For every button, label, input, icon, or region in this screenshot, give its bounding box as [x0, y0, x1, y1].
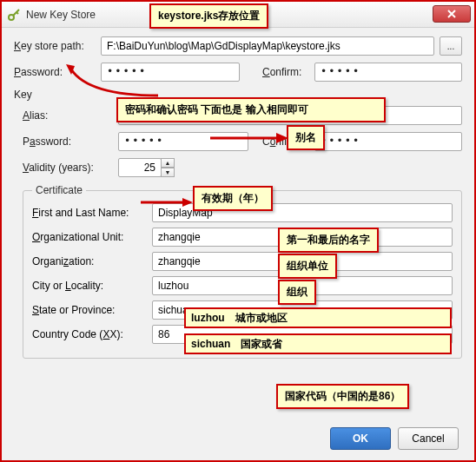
key-password-input[interactable]: ••••• — [118, 132, 248, 151]
annot-pwd-note: 密码和确认密码 下面也是 输入相同即可 — [116, 97, 386, 122]
validity-input[interactable] — [118, 158, 162, 177]
keystore-path-input[interactable] — [101, 36, 434, 56]
password-input[interactable]: ••••• — [101, 63, 240, 82]
annot-country: 国家代码（中国的是86） — [276, 384, 409, 409]
firstlast-label: First and Last Name: — [32, 207, 152, 219]
password-row: Password: ••••• Confirm: ••••• — [14, 63, 462, 82]
city-label: City or Locality: — [32, 280, 152, 292]
key-password-row: Password: ••••• Confirm: ••••• — [23, 132, 462, 151]
validity-spinner[interactable]: ▲ ▼ — [118, 158, 175, 177]
certificate-legend: Certificate — [32, 184, 86, 196]
annot-orgunit: 组织单位 — [278, 254, 337, 279]
key-icon — [7, 8, 21, 22]
key-confirm-input[interactable]: ••••• — [314, 132, 462, 151]
validity-label: Validity (years): — [23, 162, 118, 174]
keystore-path-label: Key store path: — [14, 40, 101, 52]
close-icon — [447, 10, 456, 18]
annot-alias: 别名 — [287, 125, 325, 150]
browse-button[interactable]: ... — [440, 36, 462, 56]
country-label: Country Code (XX): — [32, 328, 152, 340]
spinner-down-icon[interactable]: ▼ — [161, 168, 175, 177]
ok-button[interactable]: OK — [330, 427, 391, 450]
annot-org: 组织 — [278, 280, 316, 305]
alias-label: Alias: — [23, 109, 118, 122]
annot-firstlast: 第一和最后的名字 — [278, 228, 379, 253]
organization-label: Organization: — [32, 255, 152, 267]
validity-row: Validity (years): ▲ ▼ — [23, 158, 462, 177]
state-label: State or Province: — [32, 304, 152, 316]
orgunit-label: Organizational Unit: — [32, 231, 152, 243]
annot-validity: 有效期（年） — [193, 186, 273, 211]
annot-keystore-loc: keystore.jks存放位置 — [149, 3, 268, 29]
cancel-button[interactable]: Cancel — [398, 427, 459, 450]
close-button[interactable] — [433, 5, 471, 23]
country-input[interactable] — [152, 325, 453, 344]
keystore-path-row: Key store path: ... — [14, 36, 462, 56]
key-password-label: Password: — [23, 135, 118, 148]
spinner-up-icon[interactable]: ▲ — [161, 158, 175, 168]
password-label: Password: — [14, 66, 101, 78]
window-title: New Key Store — [26, 9, 96, 21]
confirm-label: Confirm: — [262, 66, 314, 78]
confirm-input[interactable]: ••••• — [314, 63, 462, 82]
